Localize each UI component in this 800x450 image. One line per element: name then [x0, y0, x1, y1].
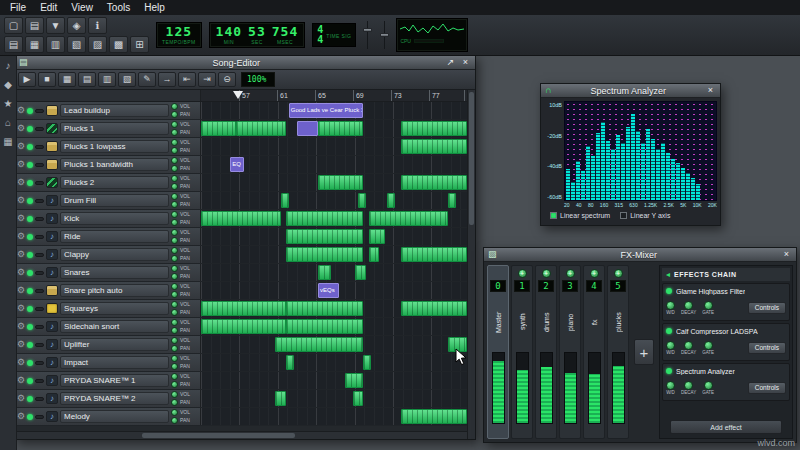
- pattern-clip[interactable]: [353, 391, 364, 406]
- mute-led[interactable]: [27, 126, 33, 132]
- pattern-clip[interactable]: [286, 247, 363, 262]
- track-timeline[interactable]: Good Lads ve Cear Pluck 1: [201, 102, 467, 119]
- gear-icon[interactable]: ⚙: [17, 412, 25, 421]
- pattern-clip[interactable]: [387, 193, 395, 208]
- solo-indicator[interactable]: [35, 217, 44, 221]
- volume-knob[interactable]: [171, 409, 178, 416]
- pan-knob[interactable]: [171, 309, 178, 316]
- piano-roll-button[interactable]: ▥: [46, 36, 65, 53]
- gear-icon[interactable]: ⚙: [17, 160, 25, 169]
- gear-icon[interactable]: ⚙: [17, 394, 25, 403]
- pattern-clip[interactable]: [275, 337, 363, 352]
- option-linear-y-axis[interactable]: Linear Y axis: [620, 212, 670, 219]
- solo-indicator[interactable]: [35, 289, 44, 293]
- project-notes-button[interactable]: ▩: [109, 36, 128, 53]
- solo-indicator[interactable]: [35, 235, 44, 239]
- gate-knob[interactable]: [704, 381, 713, 390]
- volume-knob[interactable]: [171, 229, 178, 236]
- gear-icon[interactable]: ⚙: [17, 286, 25, 295]
- gear-icon[interactable]: ⚙: [17, 178, 25, 187]
- time-signature[interactable]: 4 4 TIME SIG: [312, 23, 356, 47]
- volume-knob[interactable]: [171, 121, 178, 128]
- volume-knob[interactable]: [171, 103, 178, 110]
- track-timeline[interactable]: [201, 246, 467, 263]
- pan-knob[interactable]: [171, 255, 178, 262]
- track-timeline[interactable]: vEQs: [201, 282, 467, 299]
- track-name[interactable]: Lead buildup: [60, 104, 169, 117]
- pattern-clip[interactable]: [286, 319, 363, 334]
- track-timeline[interactable]: [201, 318, 467, 335]
- channel-fader[interactable]: [612, 352, 625, 424]
- automation-clip[interactable]: [297, 121, 318, 136]
- pattern-clip[interactable]: [286, 229, 363, 244]
- pattern-clip[interactable]: [401, 121, 468, 136]
- hscroll-thumb[interactable]: [142, 433, 296, 438]
- volume-knob[interactable]: [171, 283, 178, 290]
- pattern-clip[interactable]: [401, 301, 468, 316]
- pattern-clip[interactable]: [318, 175, 363, 190]
- automation-editor-button[interactable]: ▧: [67, 36, 86, 53]
- mute-led[interactable]: [27, 270, 33, 276]
- channel-fader[interactable]: [564, 352, 577, 424]
- pattern-clip[interactable]: [236, 121, 287, 136]
- zoom-level-select[interactable]: 100%: [241, 72, 275, 87]
- effect-enabled-led[interactable]: [666, 328, 672, 334]
- mute-led[interactable]: [27, 162, 33, 168]
- volume-knob[interactable]: [171, 319, 178, 326]
- track-timeline[interactable]: [201, 174, 467, 191]
- track-timeline[interactable]: [201, 192, 467, 209]
- volume-knob[interactable]: [171, 175, 178, 182]
- track-name[interactable]: Impact: [60, 356, 169, 369]
- solo-indicator[interactable]: [35, 199, 44, 203]
- pan-knob[interactable]: [171, 237, 178, 244]
- controller-rack-button[interactable]: ⊞: [130, 36, 149, 53]
- track-name[interactable]: Clappy: [60, 248, 169, 261]
- solo-indicator[interactable]: [35, 163, 44, 167]
- track-timeline[interactable]: [201, 264, 467, 281]
- pan-knob[interactable]: [171, 363, 178, 370]
- add-bb-track-button[interactable]: ▤: [78, 72, 96, 87]
- solo-indicator[interactable]: [35, 343, 44, 347]
- checkbox[interactable]: [620, 212, 627, 219]
- mute-led[interactable]: [27, 378, 33, 384]
- track-name[interactable]: Sidechain snort: [60, 320, 169, 333]
- stop-button[interactable]: ■: [38, 72, 56, 87]
- volume-knob[interactable]: [171, 193, 178, 200]
- fx-channel-piano[interactable]: +3piano: [559, 265, 581, 439]
- menu-file[interactable]: File: [3, 0, 33, 15]
- menu-tools[interactable]: Tools: [100, 0, 137, 15]
- controls-button[interactable]: Controls: [748, 382, 786, 395]
- pattern-clip[interactable]: [345, 373, 364, 388]
- track-name[interactable]: PRYDA SNARE™ 2: [60, 392, 169, 405]
- track-timeline[interactable]: [201, 390, 467, 407]
- solo-indicator[interactable]: [35, 109, 44, 113]
- mute-led[interactable]: [27, 360, 33, 366]
- decay-knob[interactable]: [684, 341, 693, 350]
- automation-clip[interactable]: Good Lads ve Cear Pluck 1: [289, 103, 363, 118]
- tempo-display[interactable]: 125 TEMPO/BPM: [156, 22, 202, 48]
- pattern-clip[interactable]: [201, 301, 286, 316]
- pan-knob[interactable]: [171, 381, 178, 388]
- channel-fader[interactable]: [516, 352, 529, 424]
- w-d-knob[interactable]: [666, 301, 675, 310]
- volume-knob[interactable]: [171, 247, 178, 254]
- option-linear-spectrum[interactable]: Linear spectrum: [550, 212, 610, 219]
- gear-icon[interactable]: ⚙: [17, 250, 25, 259]
- pan-knob[interactable]: [171, 291, 178, 298]
- gear-icon[interactable]: ⚙: [17, 304, 25, 313]
- sec-display[interactable]: 53SEC: [248, 25, 266, 45]
- pattern-clip[interactable]: [275, 391, 286, 406]
- solo-indicator[interactable]: [35, 361, 44, 365]
- track-timeline[interactable]: [201, 300, 467, 317]
- add-track-button[interactable]: ▦: [58, 72, 76, 87]
- fx-mixer-titlebar[interactable]: ▨ FX-Mixer ×: [484, 248, 796, 262]
- effect-enabled-led[interactable]: [666, 288, 672, 294]
- pan-knob[interactable]: [171, 183, 178, 190]
- vertical-scrollbar[interactable]: [467, 90, 475, 439]
- channel-fader[interactable]: [540, 352, 553, 424]
- add-automation-track-button[interactable]: ▧: [118, 72, 136, 87]
- pan-knob[interactable]: [171, 345, 178, 352]
- gear-icon[interactable]: ⚙: [17, 232, 25, 241]
- mute-led[interactable]: [27, 198, 33, 204]
- volume-slider-handle[interactable]: [363, 28, 372, 32]
